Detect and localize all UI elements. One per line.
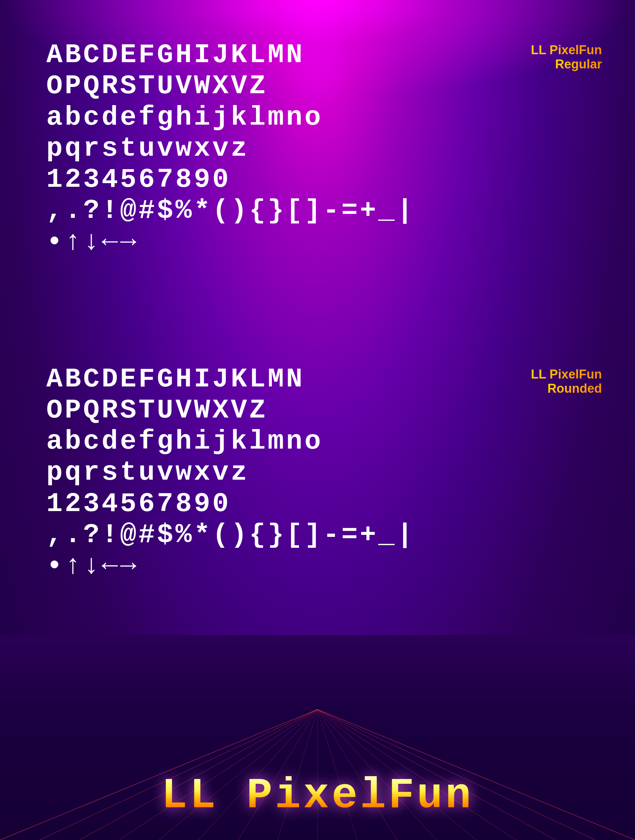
regular-meta: LL PixelFun Regular (496, 39, 602, 71)
rounded-line-3: abcdefghijklmno (46, 426, 496, 457)
regular-line-4: pqrstuvwxvz (46, 133, 496, 164)
regular-line-2: OPQRSTUVWXVZ (46, 71, 496, 102)
regular-line-6: ,.?!@#$%*(){}[]-=+_|•↑↓←→ (46, 195, 496, 258)
regular-font-name: LL PixelFun (531, 43, 602, 57)
regular-specimen-section: ABCDEFGHIJKLMN OPQRSTUVWXVZ abcdefghijkl… (0, 0, 635, 311)
regular-line-5: 1234567890 (46, 164, 496, 195)
rounded-line-5: 1234567890 (46, 489, 496, 519)
rounded-font-name: LL PixelFun (531, 367, 602, 382)
bottom-section: LL PixelFun (0, 635, 635, 840)
regular-style-label: Regular (555, 57, 602, 71)
rounded-line-4: pqrstuvwxvz (46, 457, 496, 488)
content-area: ABCDEFGHIJKLMN OPQRSTUVWXVZ abcdefghijkl… (0, 0, 635, 840)
regular-text-block: ABCDEFGHIJKLMN OPQRSTUVWXVZ abcdefghijkl… (46, 39, 496, 258)
rounded-line-2: OPQRSTUVWXVZ (46, 395, 496, 426)
regular-line-1: ABCDEFGHIJKLMN (46, 39, 496, 71)
page-wrapper: ABCDEFGHIJKLMN OPQRSTUVWXVZ abcdefghijkl… (0, 0, 635, 840)
rounded-text-block: ABCDEFGHIJKLMN OPQRSTUVWXVZ abcdefghijkl… (46, 364, 496, 582)
regular-line-3: abcdefghijklmno (46, 102, 496, 133)
section-separator (0, 311, 635, 338)
rounded-line-1: ABCDEFGHIJKLMN (46, 364, 496, 395)
rounded-meta: LL PixelFun Rounded (496, 364, 602, 396)
rounded-specimen-section: ABCDEFGHIJKLMN OPQRSTUVWXVZ abcdefghijkl… (0, 338, 635, 635)
rounded-style-label: Rounded (547, 382, 602, 396)
bottom-logo: LL PixelFun (162, 772, 473, 820)
rounded-line-6: ,.?!@#$%*(){}[]-=+_|•↑↓←→ (46, 519, 496, 582)
